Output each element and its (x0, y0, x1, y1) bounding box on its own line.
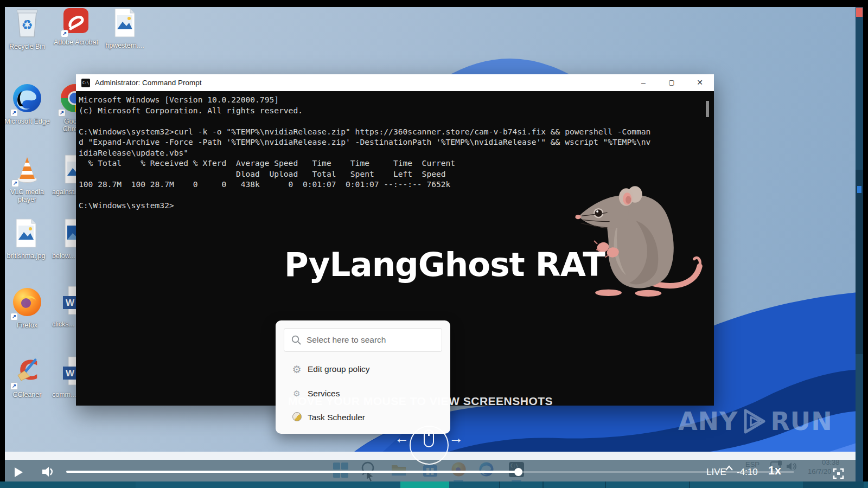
firefox-icon: ↗ (11, 286, 43, 320)
shortcut-arrow-icon: ↗ (10, 109, 18, 117)
timeline-active-segment (400, 481, 449, 488)
close-button[interactable]: ✕ (686, 74, 714, 91)
shortcut-arrow-icon: ↗ (11, 179, 19, 187)
shortcut-arrow-icon: ↗ (10, 382, 18, 390)
mouse-icon (424, 429, 434, 447)
desktop-icon-microsoft-edge[interactable]: ↗ Microsoft Edge (4, 82, 50, 125)
progress-bar[interactable] (66, 471, 518, 473)
desktop-icon-label: hpwestern.... (102, 42, 148, 49)
search-icon (291, 335, 301, 345)
desktop-icon-label: VLC media player (4, 188, 50, 203)
desktop-icon-label: CCleaner (4, 391, 50, 399)
desktop-icon-adobe-acrobat[interactable]: ↗ Adobe Acrobat (53, 7, 99, 46)
overlay-title: PyLangGhost RAT (284, 245, 631, 284)
desktop-icon-label: britishma.jpg (3, 252, 49, 260)
console-scrollbar[interactable] (706, 101, 709, 117)
desktop-icon-vlc[interactable]: ↗ VLC media player (4, 154, 50, 203)
acrobat-icon: ↗ (62, 7, 90, 37)
search-box[interactable] (284, 328, 442, 352)
maximize-button[interactable]: ▢ (658, 74, 686, 91)
fullscreen-icon[interactable] (833, 468, 844, 481)
recycle-bin-icon: ♻ (15, 8, 40, 41)
shortcut-arrow-icon: ↗ (10, 313, 18, 320)
image-file-icon (14, 218, 38, 251)
letterbox-right (863, 7, 868, 481)
shortcut-arrow-icon: ↗ (58, 109, 66, 117)
live-badge[interactable]: LIVE (706, 467, 726, 478)
arrow-left-icon: ← (394, 430, 409, 447)
watermark-brand-run: RUN (770, 407, 832, 436)
gear-icon: ⚙ (291, 363, 303, 376)
letterbox-top (0, 0, 868, 7)
desktop-icon-hpwestern[interactable]: hpwestern.... (102, 8, 148, 49)
sandbox-timeline[interactable] (0, 481, 868, 488)
search-input[interactable] (307, 335, 437, 345)
svg-text:W: W (66, 298, 75, 308)
screenshot-hint-text: MOVE YOUR MOUSE TO VIEW SCREENSHOTS (212, 395, 629, 408)
image-file-icon (113, 8, 137, 40)
svg-text:W: W (66, 368, 75, 378)
menu-item-edit-group-policy[interactable]: ⚙ Edit group policy (291, 361, 443, 377)
desktop-icon-label: Adobe Acrobat (53, 38, 99, 46)
shortcut-arrow-icon: ↗ (61, 30, 68, 37)
side-strip-red-marker (856, 8, 863, 17)
task-scheduler-icon (291, 412, 303, 423)
playback-speed[interactable]: 1x (768, 464, 781, 478)
arrow-right-icon: → (449, 430, 463, 447)
ccleaner-icon: C ↗ (11, 356, 43, 389)
console-output: Microsoft Windows [Version 10.0.22000.79… (79, 94, 650, 211)
cmd-window-title: Administrator: Command Prompt (95, 79, 202, 87)
cmd-titlebar[interactable]: C:\ Administrator: Command Prompt – ▢ ✕ (76, 74, 714, 91)
side-strip-blue-marker (857, 186, 861, 193)
play-logo-icon (740, 407, 768, 435)
menu-item-label: Edit group policy (308, 364, 370, 374)
time-remaining: -4:10 (737, 467, 758, 478)
watermark-brand-any: ANY (678, 407, 738, 436)
desktop-icon-firefox[interactable]: ↗ Firefox (4, 286, 50, 329)
minimize-button[interactable]: – (629, 74, 658, 91)
menu-item-task-scheduler[interactable]: Task Scheduler (291, 409, 443, 426)
vlc-icon: ↗ (12, 154, 42, 187)
desktop-icon-label: Recycle Bin (4, 43, 50, 50)
video-player-stage: ♻ Recycle Bin ↗ Adobe Acrobat hpwestern.… (0, 0, 868, 488)
progress-knob[interactable] (514, 468, 522, 476)
chevron-up-icon[interactable] (725, 464, 733, 473)
volume-icon[interactable] (41, 465, 55, 480)
search-popup: ⚙ Edit group policy ⚙ Services Task Sche… (276, 320, 450, 434)
letterbox-left (0, 7, 5, 481)
menu-item-label: Task Scheduler (308, 413, 365, 422)
svg-text:♻: ♻ (21, 17, 33, 32)
sandbox-side-strip[interactable] (856, 7, 863, 481)
play-button[interactable] (15, 467, 23, 477)
desktop-icon-label: Microsoft Edge (4, 118, 50, 125)
desktop-icon-ccleaner[interactable]: C ↗ CCleaner (4, 356, 50, 399)
desktop-icon-recycle-bin[interactable]: ♻ Recycle Bin (4, 8, 50, 50)
cmd-window-icon: C:\ (81, 79, 90, 87)
desktop-icon-label: Firefox (4, 322, 50, 329)
desktop-icon-britishma[interactable]: britishma.jpg (3, 218, 49, 260)
edge-icon: ↗ (11, 82, 43, 116)
